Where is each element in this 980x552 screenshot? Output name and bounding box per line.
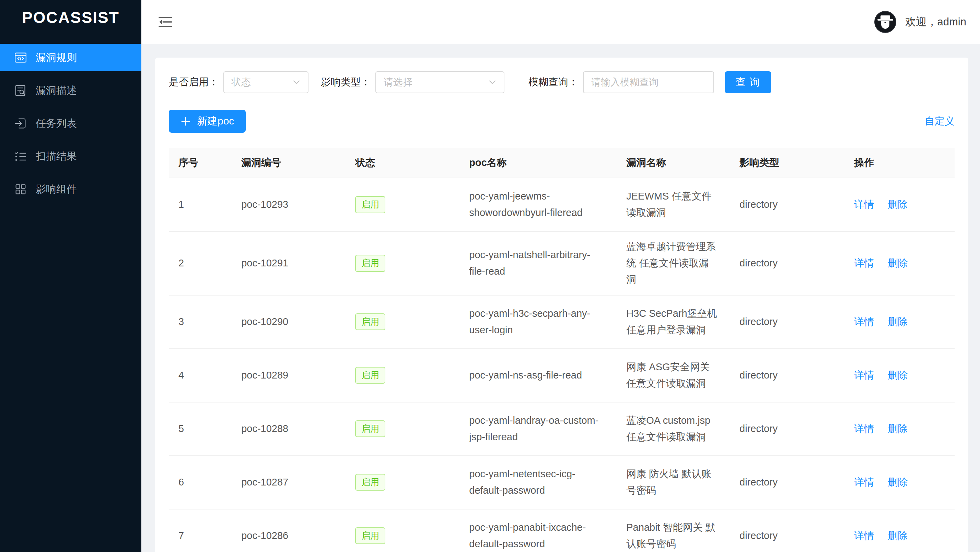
status-badge: 启用 <box>355 196 385 213</box>
cell-vul-name: H3C SecParh堡垒机 任意用户登录漏洞 <box>617 295 730 349</box>
enabled-filter-label: 是否启用： <box>169 75 219 89</box>
user-area: 欢迎，admin <box>874 11 966 33</box>
detail-link[interactable]: 详情 <box>854 423 874 434</box>
delete-link[interactable]: 删除 <box>888 257 908 268</box>
col-header-vul-id: 漏洞编号 <box>232 148 345 178</box>
toolbar-row: 新建poc 自定义 <box>169 110 955 133</box>
cell-actions: 详情删除 <box>845 402 955 456</box>
table-row: 2 poc-10291 启用 poc-yaml-natshell-arbitra… <box>169 232 955 295</box>
table-row: 5 poc-10288 启用 poc-yaml-landray-oa-custo… <box>169 402 955 456</box>
filter-row: 是否启用： 状态 影响类型： 请选择 模糊查询： 查 询 <box>169 71 955 93</box>
type-filter-label: 影响类型： <box>321 75 371 89</box>
file-search-icon <box>14 84 27 97</box>
status-badge: 启用 <box>355 420 385 438</box>
cell-affect-type: directory <box>730 456 845 509</box>
detail-link[interactable]: 详情 <box>854 316 874 327</box>
user-greeting: 欢迎，admin <box>905 15 966 29</box>
cell-vul-id: poc-10286 <box>232 509 345 552</box>
delete-link[interactable]: 删除 <box>888 370 908 381</box>
cell-poc-name: poc-yaml-panabit-ixcache-default-passwor… <box>460 509 617 552</box>
col-header-affect-type: 影响类型 <box>730 148 845 178</box>
sidebar-menu: 漏洞规则 漏洞描述 任务列表 <box>0 35 142 208</box>
cell-vul-id: poc-10289 <box>232 349 345 402</box>
col-header-vul-name: 漏洞名称 <box>617 148 730 178</box>
components-icon <box>14 182 27 196</box>
affect-type-select[interactable]: 请选择 <box>375 71 504 93</box>
sidebar-item-vuln-rules[interactable]: 漏洞规则 <box>0 44 142 71</box>
fuzzy-search-input[interactable] <box>583 71 714 93</box>
table-row: 7 poc-10286 启用 poc-yaml-panabit-ixcache-… <box>169 509 955 552</box>
col-header-poc-name: poc名称 <box>460 148 617 178</box>
sidebar-item-components[interactable]: 影响组件 <box>0 176 142 203</box>
detail-link[interactable]: 详情 <box>854 370 874 381</box>
sidebar-item-vuln-desc[interactable]: 漏洞描述 <box>0 77 142 104</box>
cell-vul-name: 蓝海卓越计费管理系统 任意文件读取漏洞 <box>617 232 730 295</box>
delete-link[interactable]: 删除 <box>888 530 908 541</box>
detail-link[interactable]: 详情 <box>854 257 874 268</box>
cell-affect-type: directory <box>730 402 845 456</box>
cell-poc-name: poc-yaml-jeewms-showordownbyurl-fileread <box>460 178 617 232</box>
cell-affect-type: directory <box>730 509 845 552</box>
new-poc-label: 新建poc <box>197 114 234 128</box>
cell-poc-name: poc-yaml-h3c-secparh-any-user-login <box>460 295 617 349</box>
cell-vul-id: poc-10293 <box>232 178 345 232</box>
detail-link[interactable]: 详情 <box>854 199 874 210</box>
cell-index: 3 <box>169 295 232 349</box>
new-poc-button[interactable]: 新建poc <box>169 110 246 133</box>
cell-index: 5 <box>169 402 232 456</box>
cell-vul-name: JEEWMS 任意文件读取漏洞 <box>617 178 730 232</box>
customize-link[interactable]: 自定义 <box>925 114 955 128</box>
cell-index: 1 <box>169 178 232 232</box>
cell-actions: 详情删除 <box>845 509 955 552</box>
cell-actions: 详情删除 <box>845 232 955 295</box>
cell-vul-name: 蓝凌OA custom.jsp 任意文件读取漏洞 <box>617 402 730 456</box>
cell-vul-name: 网康 ASG安全网关 任意文件读取漏洞 <box>617 349 730 402</box>
chevron-down-icon <box>488 79 496 85</box>
status-select-placeholder: 状态 <box>232 76 251 89</box>
cell-poc-name: poc-yaml-ns-asg-file-read <box>460 349 617 402</box>
sidebar-item-label: 漏洞描述 <box>36 84 77 98</box>
spy-avatar-icon[interactable] <box>874 11 897 33</box>
sidebar: POCASSIST 漏洞规则 <box>0 0 142 552</box>
status-badge: 启用 <box>355 527 385 544</box>
cell-actions: 详情删除 <box>845 456 955 509</box>
sidebar-item-task-list[interactable]: 任务列表 <box>0 110 142 137</box>
cell-poc-name: poc-yaml-natshell-arbitrary-file-read <box>460 232 617 295</box>
sidebar-item-label: 任务列表 <box>36 117 77 131</box>
status-select[interactable]: 状态 <box>223 71 309 93</box>
delete-link[interactable]: 删除 <box>888 423 908 434</box>
delete-link[interactable]: 删除 <box>888 477 908 487</box>
detail-link[interactable]: 详情 <box>854 477 874 487</box>
delete-link[interactable]: 删除 <box>888 199 908 210</box>
content: 是否启用： 状态 影响类型： 请选择 模糊查询： 查 询 <box>142 44 980 552</box>
table-row: 1 poc-10293 启用 poc-yaml-jeewms-showordow… <box>169 178 955 232</box>
affect-type-placeholder: 请选择 <box>383 76 412 89</box>
menu-fold-icon[interactable] <box>158 14 173 30</box>
cell-actions: 详情删除 <box>845 295 955 349</box>
status-badge: 启用 <box>355 255 385 272</box>
cell-vul-name: 网康 防火墙 默认账号密码 <box>617 456 730 509</box>
cell-vul-id: poc-10287 <box>232 456 345 509</box>
sidebar-item-label: 影响组件 <box>36 182 77 197</box>
sidebar-item-scan-results[interactable]: 扫描结果 <box>0 143 142 170</box>
table-row: 3 poc-10290 启用 poc-yaml-h3c-secparh-any-… <box>169 295 955 349</box>
cell-index: 2 <box>169 232 232 295</box>
search-button[interactable]: 查 询 <box>725 71 771 93</box>
content-card: 是否启用： 状态 影响类型： 请选择 模糊查询： 查 询 <box>155 58 968 552</box>
table-row: 6 poc-10287 启用 poc-yaml-netentsec-icg-de… <box>169 456 955 509</box>
cell-index: 7 <box>169 509 232 552</box>
cell-affect-type: directory <box>730 232 845 295</box>
cell-affect-type: directory <box>730 349 845 402</box>
cell-vul-name: Panabit 智能网关 默认账号密码 <box>617 509 730 552</box>
cell-affect-type: directory <box>730 178 845 232</box>
cell-actions: 详情删除 <box>845 349 955 402</box>
cell-affect-type: directory <box>730 295 845 349</box>
status-badge: 启用 <box>355 313 385 330</box>
detail-link[interactable]: 详情 <box>854 530 874 541</box>
main-area: 欢迎，admin 是否启用： 状态 影响类型： 请选择 模糊查询： 查 询 <box>142 0 980 552</box>
cell-vul-id: poc-10288 <box>232 402 345 456</box>
poc-table: 序号 漏洞编号 状态 poc名称 漏洞名称 影响类型 操作 1 poc-1029… <box>169 148 955 552</box>
status-badge: 启用 <box>355 474 385 491</box>
cell-vul-id: poc-10290 <box>232 295 345 349</box>
delete-link[interactable]: 删除 <box>888 316 908 327</box>
